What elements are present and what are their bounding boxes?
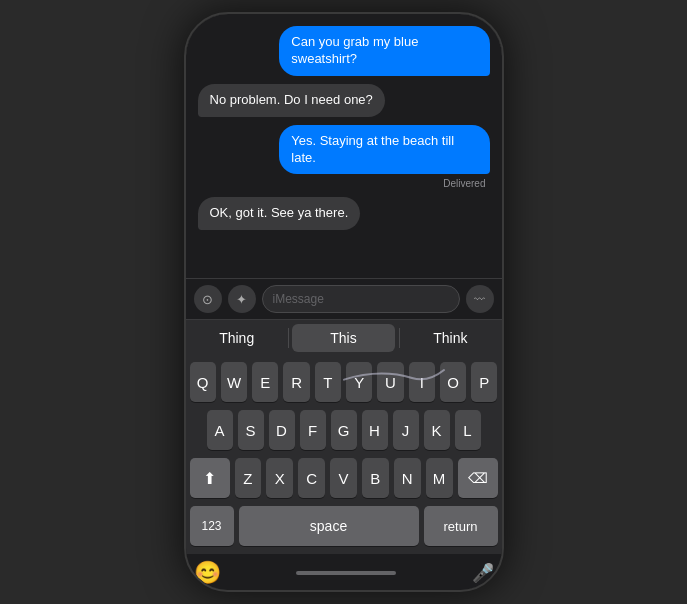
input-bar: ⊙ ✦ iMessage 〰 bbox=[186, 278, 502, 319]
camera-button[interactable]: ⊙ bbox=[194, 285, 222, 313]
keyboard-row-1: Q W E R T Y U I O P bbox=[190, 362, 498, 402]
key-x[interactable]: X bbox=[266, 458, 293, 498]
message-text: OK, got it. See ya there. bbox=[210, 205, 349, 220]
key-v[interactable]: V bbox=[330, 458, 357, 498]
key-c[interactable]: C bbox=[298, 458, 325, 498]
keyboard-row-3: ⬆ Z X C V B N M ⌫ bbox=[190, 458, 498, 498]
phone-frame: Can you grab my blue sweatshirt? No prob… bbox=[184, 12, 504, 592]
autocomplete-item-1[interactable]: This bbox=[292, 324, 394, 352]
space-label: space bbox=[310, 518, 347, 534]
key-d[interactable]: D bbox=[269, 410, 295, 450]
key-g[interactable]: G bbox=[331, 410, 357, 450]
key-k[interactable]: K bbox=[424, 410, 450, 450]
input-placeholder: iMessage bbox=[273, 292, 324, 306]
key-r[interactable]: R bbox=[283, 362, 309, 402]
numbers-key[interactable]: 123 bbox=[190, 506, 234, 546]
return-label: return bbox=[444, 519, 478, 534]
key-j[interactable]: J bbox=[393, 410, 419, 450]
key-m[interactable]: M bbox=[426, 458, 453, 498]
autocomplete-divider-1 bbox=[288, 328, 289, 348]
key-w[interactable]: W bbox=[221, 362, 247, 402]
message-bubble-3: Yes. Staying at the beach till late. bbox=[279, 125, 489, 175]
home-indicator bbox=[296, 571, 396, 575]
mic-button[interactable]: 🎤 bbox=[472, 562, 494, 584]
waveform-icon: 〰 bbox=[474, 293, 485, 305]
return-key[interactable]: return bbox=[424, 506, 498, 546]
key-u[interactable]: U bbox=[377, 362, 403, 402]
key-p[interactable]: P bbox=[471, 362, 497, 402]
delivered-status: Delivered bbox=[443, 178, 485, 189]
camera-icon: ⊙ bbox=[202, 292, 213, 307]
shift-key[interactable]: ⬆ bbox=[190, 458, 230, 498]
message-text: No problem. Do I need one? bbox=[210, 92, 373, 107]
key-t[interactable]: T bbox=[315, 362, 341, 402]
message-text: Can you grab my blue sweatshirt? bbox=[291, 34, 418, 66]
key-n[interactable]: N bbox=[394, 458, 421, 498]
shift-icon: ⬆ bbox=[203, 469, 216, 488]
message-bubble-1: Can you grab my blue sweatshirt? bbox=[279, 26, 489, 76]
backspace-icon: ⌫ bbox=[468, 470, 488, 486]
numbers-label: 123 bbox=[201, 519, 221, 533]
key-h[interactable]: H bbox=[362, 410, 388, 450]
key-z[interactable]: Z bbox=[235, 458, 262, 498]
key-b[interactable]: B bbox=[362, 458, 389, 498]
backspace-key[interactable]: ⌫ bbox=[458, 458, 498, 498]
autocomplete-label: This bbox=[330, 330, 356, 346]
key-l[interactable]: L bbox=[455, 410, 481, 450]
space-key[interactable]: space bbox=[239, 506, 419, 546]
phone-screen: Can you grab my blue sweatshirt? No prob… bbox=[186, 14, 502, 590]
audio-button[interactable]: 〰 bbox=[466, 285, 494, 313]
keyboard-row-1-wrapper: Q W E R T Y U I O P bbox=[190, 362, 498, 402]
apps-button[interactable]: ✦ bbox=[228, 285, 256, 313]
message-input[interactable]: iMessage bbox=[262, 285, 460, 313]
key-o[interactable]: O bbox=[440, 362, 466, 402]
side-button bbox=[502, 114, 504, 164]
key-q[interactable]: Q bbox=[190, 362, 216, 402]
autocomplete-label: Thing bbox=[219, 330, 254, 346]
apps-icon: ✦ bbox=[236, 292, 247, 307]
keyboard-row-4: 123 space return bbox=[190, 506, 498, 546]
key-e[interactable]: E bbox=[252, 362, 278, 402]
key-y[interactable]: Y bbox=[346, 362, 372, 402]
bottom-bar: 😊 🎤 bbox=[186, 554, 502, 590]
autocomplete-item-2[interactable]: Think bbox=[399, 320, 501, 356]
message-text: Yes. Staying at the beach till late. bbox=[291, 133, 454, 165]
key-a[interactable]: A bbox=[207, 410, 233, 450]
keyboard-row-2: A S D F G H J K L bbox=[190, 410, 498, 450]
key-s[interactable]: S bbox=[238, 410, 264, 450]
keyboard: Q W E R T Y U I O P A bbox=[186, 356, 502, 554]
autocomplete-item-0[interactable]: Thing bbox=[186, 320, 288, 356]
message-bubble-4: OK, got it. See ya there. bbox=[198, 197, 361, 230]
message-bubble-2: No problem. Do I need one? bbox=[198, 84, 385, 117]
key-i[interactable]: I bbox=[409, 362, 435, 402]
autocomplete-label: Think bbox=[433, 330, 467, 346]
key-f[interactable]: F bbox=[300, 410, 326, 450]
autocomplete-bar: Thing This Think bbox=[186, 319, 502, 356]
messages-area: Can you grab my blue sweatshirt? No prob… bbox=[186, 14, 502, 278]
emoji-button[interactable]: 😊 bbox=[194, 560, 221, 586]
